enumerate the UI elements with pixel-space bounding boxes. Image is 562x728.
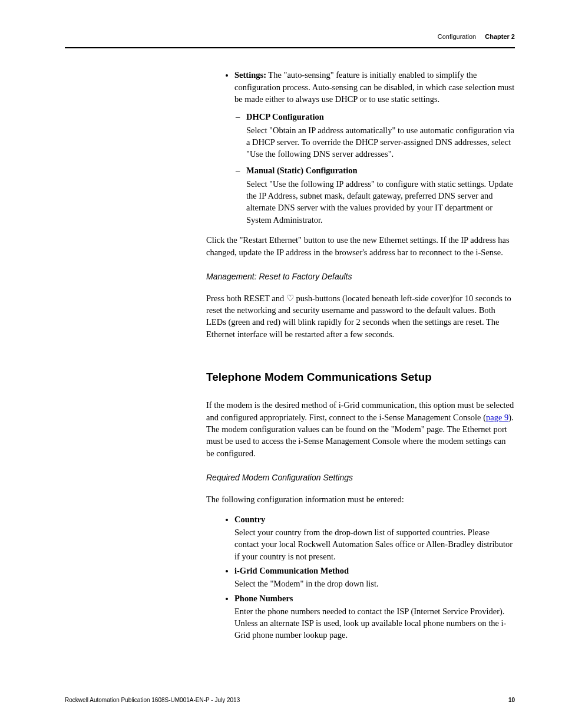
footer-page-number: 10: [508, 696, 515, 704]
country-body: Select your country from the drop-down l…: [234, 526, 515, 562]
phone-title: Phone Numbers: [234, 594, 293, 603]
country-title: Country: [234, 515, 265, 524]
phone-item: Phone Numbers Enter the phone numbers ne…: [234, 592, 515, 641]
required-intro: The following configuration information …: [206, 493, 515, 505]
modem-heading: Telephone Modem Communications Setup: [206, 370, 515, 386]
phone-body: Enter the phone numbers needed to contac…: [234, 605, 515, 641]
modem-intro: If the modem is the desired method of i-…: [206, 399, 515, 459]
settings-list: Settings: The "auto-sensing" feature is …: [206, 69, 515, 226]
page: Configuration Chapter 2 Settings: The "a…: [0, 0, 562, 728]
igrid-item: i-Grid Communication Method Select the "…: [234, 565, 515, 590]
manual-title: Manual (Static) Configuration: [246, 166, 358, 175]
reset-body: Press both RESET and ♡ push-buttons (loc…: [206, 292, 515, 340]
manual-item: Manual (Static) Configuration Select "Us…: [246, 164, 515, 225]
footer-publication: Rockwell Automation Publication 1608S-UM…: [65, 696, 240, 704]
modem-intro-pre: If the modem is the desired method of i-…: [206, 400, 514, 421]
settings-text: The "auto-sensing" feature is initially …: [234, 70, 514, 104]
igrid-title: i-Grid Communication Method: [234, 566, 349, 575]
manual-body: Select "Use the following IP address" to…: [246, 178, 515, 226]
reset-heading: Management: Reset to Factory Defaults: [206, 271, 515, 283]
header-section: Configuration: [438, 33, 476, 40]
dhcp-body: Select "Obtain an IP address automatical…: [246, 124, 515, 160]
dhcp-title: DHCP Configuration: [246, 112, 324, 121]
body-content: Settings: The "auto-sensing" feature is …: [206, 69, 515, 641]
required-heading: Required Modem Configuration Settings: [206, 472, 515, 484]
header-chapter: Chapter 2: [485, 33, 515, 40]
settings-item: Settings: The "auto-sensing" feature is …: [234, 69, 515, 226]
page-footer: Rockwell Automation Publication 1608S-UM…: [65, 696, 515, 704]
restart-paragraph: Click the "Restart Ethernet" button to u…: [206, 234, 515, 258]
dhcp-item: DHCP Configuration Select "Obtain an IP …: [246, 111, 515, 160]
page-header: Configuration Chapter 2: [65, 32, 515, 48]
settings-label: Settings:: [234, 70, 266, 80]
settings-sublist: DHCP Configuration Select "Obtain an IP …: [234, 111, 515, 226]
igrid-body: Select the "Modem" in the drop down list…: [234, 578, 515, 589]
page-link[interactable]: page 9: [486, 413, 508, 422]
country-item: Country Select your country from the dro…: [234, 513, 515, 562]
required-list: Country Select your country from the dro…: [206, 513, 515, 641]
